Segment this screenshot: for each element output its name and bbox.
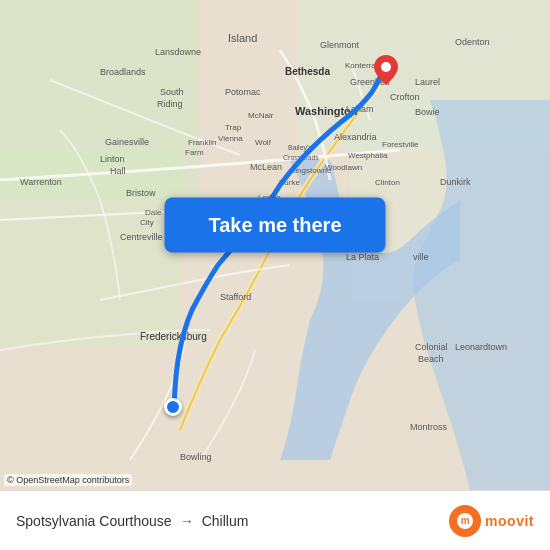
svg-text:Laurel: Laurel bbox=[415, 77, 440, 87]
svg-text:Westphalia: Westphalia bbox=[348, 151, 388, 160]
svg-text:Franklin: Franklin bbox=[188, 138, 216, 147]
svg-text:Laham: Laham bbox=[346, 104, 374, 114]
svg-text:Trap: Trap bbox=[225, 123, 242, 132]
osm-copyright: © OpenStreetMap contributors bbox=[4, 474, 132, 486]
svg-text:Stafford: Stafford bbox=[220, 292, 251, 302]
svg-point-57 bbox=[381, 62, 391, 72]
moovit-icon-inner: m bbox=[457, 513, 473, 529]
svg-text:La Plata: La Plata bbox=[346, 252, 379, 262]
moovit-icon: m bbox=[449, 505, 481, 537]
svg-text:Gainesville: Gainesville bbox=[105, 137, 149, 147]
svg-text:ville: ville bbox=[413, 252, 429, 262]
arrow-icon: → bbox=[180, 513, 194, 529]
svg-text:Riding: Riding bbox=[157, 99, 183, 109]
svg-text:Montross: Montross bbox=[410, 422, 448, 432]
svg-text:Beach: Beach bbox=[418, 354, 444, 364]
svg-text:Crossroads: Crossroads bbox=[283, 154, 319, 161]
svg-text:Forestville: Forestville bbox=[382, 140, 419, 149]
svg-text:Island: Island bbox=[228, 32, 257, 44]
svg-text:City: City bbox=[140, 218, 154, 227]
svg-text:Hall: Hall bbox=[110, 166, 126, 176]
svg-text:Broadlands: Broadlands bbox=[100, 67, 146, 77]
svg-text:Farm: Farm bbox=[185, 148, 204, 157]
map-container: Island Bethesda Washington Potomac Lansd… bbox=[0, 0, 550, 490]
svg-text:Alexandria: Alexandria bbox=[334, 132, 377, 142]
svg-text:Warrenton: Warrenton bbox=[20, 177, 62, 187]
svg-text:Glenmont: Glenmont bbox=[320, 40, 360, 50]
svg-text:Crofton: Crofton bbox=[390, 92, 420, 102]
svg-text:McLean: McLean bbox=[250, 162, 282, 172]
svg-text:Dunkirk: Dunkirk bbox=[440, 177, 471, 187]
svg-text:Bowling: Bowling bbox=[180, 452, 212, 462]
svg-text:Leonardtown: Leonardtown bbox=[455, 342, 507, 352]
svg-text:South: South bbox=[160, 87, 184, 97]
origin-pin bbox=[164, 398, 182, 416]
svg-text:Bowie: Bowie bbox=[415, 107, 440, 117]
svg-text:Kingstowne: Kingstowne bbox=[290, 166, 332, 175]
origin-label: Spotsylvania Courthouse bbox=[16, 513, 172, 529]
bottom-bar: Spotsylvania Courthouse → Chillum m moov… bbox=[0, 490, 550, 550]
route-info: Spotsylvania Courthouse → Chillum bbox=[16, 513, 449, 529]
svg-text:Vienna: Vienna bbox=[218, 134, 243, 143]
svg-text:Burke: Burke bbox=[279, 178, 300, 187]
svg-text:Konterra: Konterra bbox=[345, 61, 376, 70]
svg-text:Linton: Linton bbox=[100, 154, 125, 164]
svg-text:Lansdowne: Lansdowne bbox=[155, 47, 201, 57]
moovit-logo: m moovit bbox=[449, 505, 534, 537]
take-me-there-button[interactable]: Take me there bbox=[164, 198, 385, 253]
moovit-label-text: moovit bbox=[485, 513, 534, 529]
svg-text:McNair: McNair bbox=[248, 111, 274, 120]
svg-text:Colonial: Colonial bbox=[415, 342, 448, 352]
svg-text:Fredericksburg: Fredericksburg bbox=[140, 331, 207, 342]
svg-text:Bethesda: Bethesda bbox=[285, 66, 330, 77]
moovit-m-letter: m bbox=[461, 515, 470, 526]
destination-label: Chillum bbox=[202, 513, 249, 529]
svg-text:Wolf: Wolf bbox=[255, 138, 272, 147]
svg-text:Bristow: Bristow bbox=[126, 188, 156, 198]
svg-text:Bailey's: Bailey's bbox=[288, 144, 312, 152]
svg-text:Odenton: Odenton bbox=[455, 37, 490, 47]
svg-text:Potomac: Potomac bbox=[225, 87, 261, 97]
destination-pin bbox=[374, 55, 398, 85]
svg-text:Dale: Dale bbox=[145, 208, 162, 217]
svg-text:Centreville: Centreville bbox=[120, 232, 163, 242]
svg-text:Clinton: Clinton bbox=[375, 178, 400, 187]
